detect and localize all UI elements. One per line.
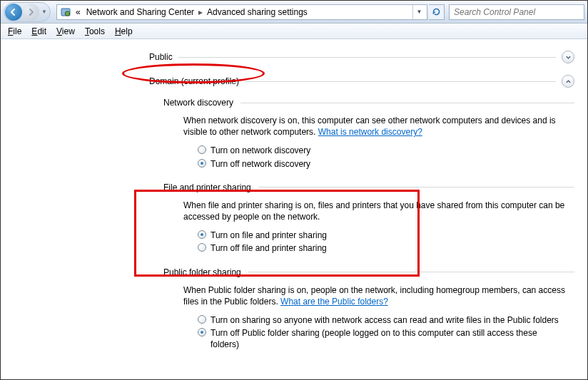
profile-public-label: Public <box>149 52 173 62</box>
radio-pf-off[interactable]: Turn off Public folder sharing (people l… <box>198 327 567 350</box>
section-title-label: Public folder sharing <box>163 267 241 277</box>
file-printer-desc: When file and printer sharing is on, fil… <box>183 200 572 222</box>
divider <box>178 57 556 58</box>
radio-fp-on[interactable]: Turn on file and printer sharing <box>198 230 574 241</box>
profile-public-row: Public <box>149 51 574 63</box>
radio-nd-on[interactable]: Turn on network discovery <box>198 145 574 156</box>
radio-label: Turn off file and printer sharing <box>211 242 327 254</box>
radio-icon <box>198 315 206 324</box>
radio-icon <box>198 145 206 154</box>
profile-domain-row: Domain (current profile) <box>149 75 574 88</box>
breadcrumb-item[interactable]: Advanced sharing settings <box>206 7 309 17</box>
section-network-discovery: Network discovery <box>163 98 574 108</box>
chevron-up-icon[interactable] <box>562 75 574 88</box>
what-is-network-discovery-link[interactable]: What is network discovery? <box>318 127 422 137</box>
radio-icon <box>198 230 206 239</box>
section-file-printer: File and printer sharing <box>163 183 574 192</box>
radio-icon <box>198 159 206 168</box>
public-folder-options: Turn on sharing so anyone with network a… <box>198 314 567 351</box>
divider <box>258 187 574 188</box>
breadcrumb-item[interactable]: Network and Sharing Center <box>85 7 196 17</box>
section-title-label: File and printer sharing <box>163 183 251 192</box>
radio-label: Turn off network discovery <box>211 158 310 170</box>
forward-button[interactable] <box>22 4 39 21</box>
menu-tools[interactable]: Tools <box>85 26 105 36</box>
nav-history-dropdown[interactable]: ▼ <box>39 9 49 15</box>
radio-icon <box>198 243 206 252</box>
radio-label: Turn off Public folder sharing (people l… <box>211 327 567 350</box>
control-panel-icon <box>60 6 71 18</box>
section-title-label: Network discovery <box>163 98 233 108</box>
menu-file[interactable]: File <box>8 26 21 36</box>
navbar: ▼ « Network and Sharing Center ▸ Advance… <box>1 1 587 24</box>
public-folder-desc: When Public folder sharing is on, people… <box>183 284 572 307</box>
search-input[interactable] <box>449 4 584 20</box>
profile-domain-label: Domain (current profile) <box>149 76 239 86</box>
radio-pf-on[interactable]: Turn on sharing so anyone with network a… <box>198 314 567 326</box>
divider <box>240 103 574 103</box>
file-printer-options: Turn on file and printer sharing Turn of… <box>198 230 574 254</box>
refresh-button[interactable] <box>429 4 445 20</box>
address-bar[interactable]: « Network and Sharing Center ▸ Advanced … <box>56 4 427 20</box>
chevron-down-icon[interactable] <box>562 51 574 63</box>
menu-view[interactable]: View <box>56 26 75 36</box>
section-public-folder: Public folder sharing <box>163 267 574 277</box>
nav-buttons: ▼ <box>4 2 51 22</box>
radio-label: Turn on sharing so anyone with network a… <box>211 314 559 326</box>
desc-text: When file and printer sharing is on, fil… <box>183 200 564 222</box>
content: Public Domain (current profile) Network … <box>1 39 587 350</box>
radio-nd-off[interactable]: Turn off network discovery <box>198 158 574 170</box>
breadcrumb-prefix: « <box>74 7 82 17</box>
back-button[interactable] <box>5 4 22 21</box>
radio-label: Turn on file and printer sharing <box>211 230 327 241</box>
radio-fp-off[interactable]: Turn off file and printer sharing <box>198 242 574 254</box>
divider <box>248 272 574 272</box>
network-discovery-desc: When network discovery is on, this compu… <box>183 115 572 138</box>
address-dropdown[interactable]: ▼ <box>412 5 425 19</box>
what-are-public-folders-link[interactable]: What are the Public folders? <box>280 297 388 307</box>
divider <box>245 81 556 82</box>
menu-edit[interactable]: Edit <box>31 26 46 36</box>
radio-icon <box>198 328 206 337</box>
menu-help[interactable]: Help <box>115 26 133 36</box>
menubar: File Edit View Tools Help <box>1 24 587 39</box>
network-discovery-options: Turn on network discovery Turn off netwo… <box>198 145 574 169</box>
breadcrumb-separator-icon: ▸ <box>198 7 203 17</box>
svg-point-1 <box>65 11 69 15</box>
radio-label: Turn on network discovery <box>211 145 310 156</box>
